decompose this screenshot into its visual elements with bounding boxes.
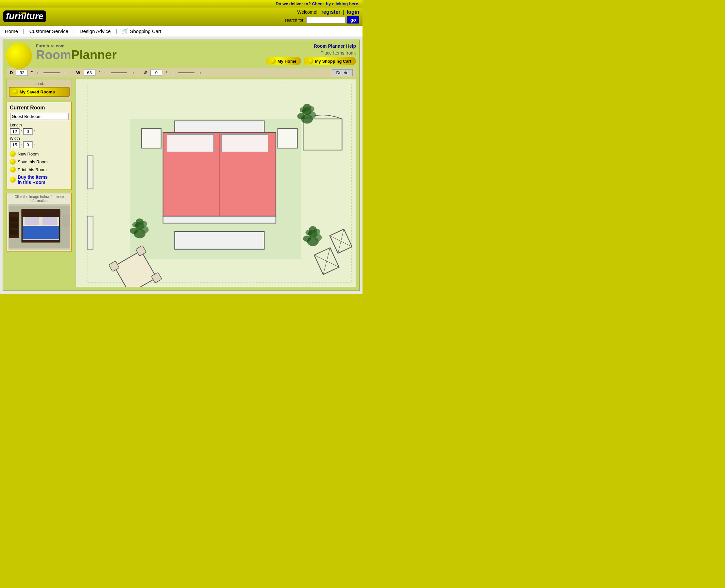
w-input[interactable] bbox=[84, 69, 96, 76]
svg-rect-9 bbox=[42, 217, 57, 225]
length-in-input[interactable] bbox=[23, 128, 33, 135]
buy-items-label: Buy the Itemsin this Room bbox=[18, 174, 48, 185]
my-saved-rooms-button[interactable]: My Saved Rooms bbox=[9, 87, 69, 97]
save-room-icon bbox=[10, 159, 16, 165]
svg-point-44 bbox=[303, 104, 311, 111]
current-room-title: Current Room bbox=[10, 105, 69, 111]
width-ft-input[interactable] bbox=[10, 142, 20, 148]
header: .com furniture Welcome! register | login… bbox=[0, 7, 363, 25]
logo-box: .com furniture bbox=[3, 10, 46, 22]
planner-title: RoomPlanner bbox=[36, 48, 117, 62]
delete-button[interactable]: Delete bbox=[332, 69, 353, 76]
current-room-box: Current Room Length ' " Width bbox=[6, 102, 72, 190]
w-unit: " bbox=[99, 70, 100, 75]
cart-icon: 🛒 bbox=[122, 28, 128, 34]
preview-hint: Click the image below for more informati… bbox=[8, 195, 70, 203]
nav-shopping-cart[interactable]: 🛒 Shopping Cart bbox=[117, 28, 166, 34]
planner-container: Furniture.com RoomPlanner Room Planner H… bbox=[3, 40, 360, 291]
nav-cart-label: Shopping Cart bbox=[130, 28, 161, 34]
print-room-icon bbox=[10, 167, 16, 172]
save-room-label: Save this Room bbox=[18, 160, 48, 164]
length-label: Length bbox=[10, 123, 69, 127]
nav-home[interactable]: Home bbox=[5, 28, 23, 34]
svg-rect-12 bbox=[62, 215, 70, 227]
check-delivery-link[interactable]: Check by clicking here. bbox=[312, 1, 359, 6]
yellow-circle-logo bbox=[6, 43, 32, 69]
save-room-action[interactable]: Save this Room bbox=[10, 159, 69, 165]
left-panel: Load: My Saved Rooms Current Room Length bbox=[6, 79, 72, 287]
d-label: D bbox=[10, 70, 13, 75]
my-home-button[interactable]: My Home bbox=[266, 57, 301, 65]
svg-rect-16 bbox=[175, 121, 264, 133]
svg-rect-2 bbox=[10, 217, 18, 222]
print-room-action[interactable]: Print this Room bbox=[10, 167, 69, 172]
room-svg bbox=[76, 79, 356, 287]
room-canvas[interactable] bbox=[75, 79, 356, 287]
length-ft-input[interactable] bbox=[10, 128, 20, 135]
planner-header: Furniture.com RoomPlanner Room Planner H… bbox=[6, 43, 356, 65]
svg-rect-4 bbox=[10, 230, 18, 235]
go-button[interactable]: go bbox=[347, 16, 359, 23]
nav-customer-service[interactable]: Customer Service bbox=[24, 28, 73, 34]
svg-rect-19 bbox=[167, 134, 214, 152]
buy-items-action[interactable]: Buy the Itemsin this Room bbox=[10, 174, 69, 185]
saved-rooms-icon bbox=[13, 89, 18, 94]
search-label: search for: bbox=[284, 18, 304, 23]
dimension-bar: D " ← → W " ← → ↺ ° ← → Delete bbox=[6, 68, 356, 78]
my-home-label: My Home bbox=[278, 59, 297, 64]
my-shopping-cart-button[interactable]: My Shopping Cart bbox=[304, 57, 356, 65]
planner-body: Load: My Saved Rooms Current Room Length bbox=[6, 79, 356, 287]
svg-rect-7 bbox=[22, 209, 60, 217]
svg-rect-58 bbox=[87, 156, 93, 189]
login-link[interactable]: login bbox=[347, 9, 359, 15]
pipe: | bbox=[343, 9, 344, 15]
my-home-icon bbox=[271, 59, 276, 64]
width-in-input[interactable] bbox=[23, 142, 33, 148]
rotate-icon: ↺ bbox=[143, 70, 147, 75]
d-ruler bbox=[43, 72, 60, 73]
nav-design-advice[interactable]: Design Advice bbox=[75, 28, 116, 34]
buy-items-icon bbox=[10, 177, 16, 183]
header-right: Welcome! register | login search for: go bbox=[284, 9, 359, 23]
rot-left-arrow: ← bbox=[170, 70, 175, 75]
saved-rooms-label: My Saved Rooms bbox=[20, 89, 55, 94]
rot-right-arrow: → bbox=[198, 70, 202, 75]
svg-rect-8 bbox=[24, 217, 39, 225]
my-cart-label: My Shopping Cart bbox=[315, 59, 351, 64]
rot-ruler bbox=[178, 72, 195, 73]
welcome-row: Welcome! register | login bbox=[284, 9, 359, 15]
svg-rect-22 bbox=[142, 129, 161, 148]
rot-input[interactable] bbox=[150, 69, 162, 76]
width-row: Width ' " bbox=[10, 136, 69, 148]
register-link[interactable]: register bbox=[321, 9, 341, 15]
planner-logo-wrapper: Furniture.com RoomPlanner bbox=[36, 43, 117, 62]
new-room-icon bbox=[10, 151, 16, 157]
planner-logo: Furniture.com RoomPlanner bbox=[36, 43, 117, 62]
room-actions: New Room Save this Room Print this Room bbox=[10, 151, 69, 185]
width-label: Width bbox=[10, 136, 69, 141]
load-label: Load: bbox=[9, 81, 69, 86]
room-planner-help-link[interactable]: Room Planner Help bbox=[266, 43, 356, 49]
w-left-arrow: ← bbox=[103, 70, 107, 75]
room-name-input[interactable] bbox=[10, 113, 69, 120]
main-content: Furniture.com RoomPlanner Room Planner H… bbox=[0, 37, 363, 294]
svg-rect-3 bbox=[10, 224, 18, 228]
deliver-text: Do we deliver to? bbox=[276, 1, 311, 6]
furniture-preview: Click the image below for more informati… bbox=[6, 193, 72, 252]
svg-point-51 bbox=[309, 226, 317, 233]
svg-point-37 bbox=[136, 218, 143, 225]
search-input[interactable] bbox=[306, 17, 345, 23]
nav-bar: Home | Customer Service | Design Advice … bbox=[0, 25, 363, 37]
new-room-action[interactable]: New Room bbox=[10, 151, 69, 157]
d-left-arrow: ← bbox=[36, 70, 40, 75]
d-input[interactable] bbox=[16, 69, 28, 76]
length-fields: ' " bbox=[10, 128, 69, 135]
svg-rect-59 bbox=[87, 216, 93, 249]
welcome-text: Welcome! bbox=[297, 9, 317, 15]
svg-rect-20 bbox=[221, 134, 268, 152]
preview-image-container[interactable] bbox=[8, 204, 70, 250]
planner-furniture-com: Furniture.com bbox=[36, 43, 117, 48]
d-right-arrow: → bbox=[63, 70, 67, 75]
bed-preview-svg bbox=[8, 206, 70, 248]
width-fields: ' " bbox=[10, 142, 69, 148]
